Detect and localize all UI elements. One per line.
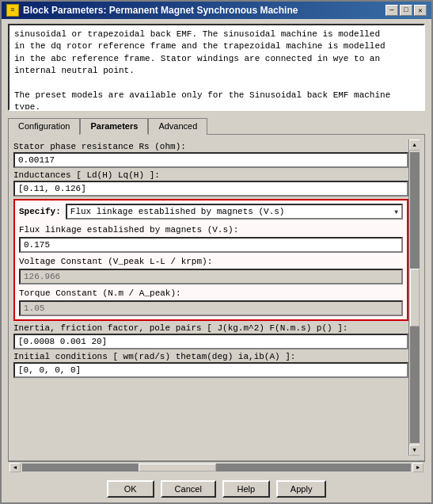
desc-line4: internal neutral point. xyxy=(14,66,135,75)
help-button[interactable]: Help xyxy=(222,480,270,498)
parameters-panel: Stator phase resistance Rs (ohm): 0.0011… xyxy=(8,134,425,461)
maximize-button[interactable]: □ xyxy=(400,5,412,16)
title-bar-left: ≡ Block Parameters: Permanent Magnet Syn… xyxy=(6,4,298,17)
highlighted-section: Specify: Flux linkage established by mag… xyxy=(13,199,408,321)
bottom-buttons: OK Cancel Help Apply xyxy=(2,475,431,502)
title-bar: ≡ Block Parameters: Permanent Magnet Syn… xyxy=(2,2,431,19)
hscroll-track[interactable] xyxy=(22,464,411,472)
specify-row: Specify: Flux linkage established by mag… xyxy=(19,204,403,220)
horizontal-scrollbar[interactable]: ◄ ► xyxy=(8,461,425,472)
inductances-value[interactable]: [0.11, 0.126] xyxy=(13,181,408,197)
params-scroll-area: Stator phase resistance Rs (ohm): 0.0011… xyxy=(13,139,420,456)
initial-label: Initial conditions [ wm(rad/s) thetam(de… xyxy=(13,352,408,361)
desc-line6: The preset models are available only for… xyxy=(14,90,390,100)
apply-button[interactable]: Apply xyxy=(276,480,327,498)
inductances-label: Inductances [ Ld(H) Lq(H) ]: xyxy=(13,170,408,180)
torque-label: Torque Constant (N.m / A_peak): xyxy=(19,288,403,298)
inertia-label: Inertia, friction factor, pole pairs [ J… xyxy=(13,323,408,333)
desc-line3: in the abc reference frame. Stator windi… xyxy=(14,54,380,63)
dropdown-arrow-icon: ▼ xyxy=(394,208,398,216)
cancel-button[interactable]: Cancel xyxy=(161,480,216,498)
scroll-track[interactable] xyxy=(410,152,420,443)
content-area: sinusoidal or trapezoidal back EMF. The … xyxy=(2,19,431,475)
ok-button[interactable]: OK xyxy=(107,480,154,498)
scroll-up-button[interactable]: ▲ xyxy=(409,139,420,151)
desc-line7: type. xyxy=(14,102,40,111)
hscroll-thumb[interactable] xyxy=(139,464,216,472)
main-window: ≡ Block Parameters: Permanent Magnet Syn… xyxy=(0,0,433,504)
minimize-button[interactable]: ─ xyxy=(386,5,398,16)
flux-value[interactable]: 0.175 xyxy=(19,237,403,253)
scroll-right-button[interactable]: ► xyxy=(412,463,424,472)
stator-value[interactable]: 0.00117 xyxy=(13,152,408,168)
tab-parameters[interactable]: Parameters xyxy=(80,118,148,135)
specify-label: Specify: xyxy=(19,207,61,216)
desc-line2: in the dq rotor reference frame and the … xyxy=(14,41,386,51)
window-icon: ≡ xyxy=(6,4,19,17)
scroll-left-button[interactable]: ◄ xyxy=(9,463,21,472)
tab-advanced[interactable]: Advanced xyxy=(148,118,207,135)
vertical-scrollbar[interactable]: ▲ ▼ xyxy=(408,139,420,456)
stator-label: Stator phase resistance Rs (ohm): xyxy=(13,142,408,151)
torque-value: 1.05 xyxy=(19,300,403,316)
flux-label: Flux linkage established by magnets (V.s… xyxy=(19,225,403,235)
tabs-row: Configuration Parameters Advanced xyxy=(8,117,425,134)
title-buttons: ─ □ ✕ xyxy=(386,5,427,16)
scroll-thumb[interactable] xyxy=(410,269,420,326)
inner-content: Stator phase resistance Rs (ohm): 0.0011… xyxy=(13,139,420,456)
tab-configuration[interactable]: Configuration xyxy=(8,118,80,135)
specify-dropdown[interactable]: Flux linkage established by magnets (V.s… xyxy=(66,204,403,220)
initial-value[interactable]: [0, 0, 0, 0] xyxy=(13,362,408,378)
voltage-label: Voltage Constant (V_peak L-L / krpm): xyxy=(19,257,403,266)
description-box: sinusoidal or trapezoidal back EMF. The … xyxy=(8,24,425,111)
inertia-value[interactable]: [0.0008 0.001 20] xyxy=(13,334,408,349)
voltage-value: 126.966 xyxy=(19,269,403,284)
scroll-down-button[interactable]: ▼ xyxy=(409,445,420,456)
window-title: Block Parameters: Permanent Magnet Synch… xyxy=(23,5,298,16)
close-button[interactable]: ✕ xyxy=(414,5,427,16)
desc-line1: sinusoidal or trapezoidal back EMF. The … xyxy=(14,29,380,39)
